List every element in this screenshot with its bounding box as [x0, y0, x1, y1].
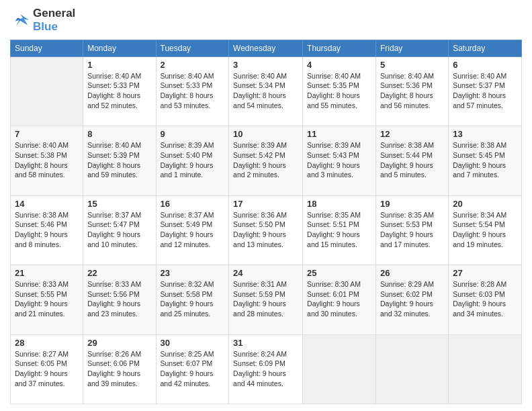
weekday-header-thursday: Thursday [303, 40, 376, 56]
logo-icon [10, 10, 30, 30]
calendar-cell: 28Sunrise: 8:27 AMSunset: 6:05 PMDayligh… [11, 334, 83, 404]
calendar-cell: 22Sunrise: 8:33 AMSunset: 5:56 PMDayligh… [83, 265, 156, 334]
calendar-cell: 21Sunrise: 8:33 AMSunset: 5:55 PMDayligh… [11, 265, 83, 334]
day-info: Sunrise: 8:40 AMSunset: 5:38 PMDaylight:… [15, 140, 79, 180]
day-info: Sunrise: 8:36 AMSunset: 5:50 PMDaylight:… [233, 210, 298, 250]
calendar-cell: 2Sunrise: 8:40 AMSunset: 5:33 PMDaylight… [156, 56, 229, 126]
day-info: Sunrise: 8:26 AMSunset: 6:06 PMDaylight:… [87, 349, 151, 389]
day-info: Sunrise: 8:27 AMSunset: 6:05 PMDaylight:… [15, 349, 79, 389]
day-info: Sunrise: 8:33 AMSunset: 5:56 PMDaylight:… [87, 279, 151, 319]
calendar-week-3: 14Sunrise: 8:38 AMSunset: 5:46 PMDayligh… [11, 195, 522, 265]
day-info: Sunrise: 8:33 AMSunset: 5:55 PMDaylight:… [15, 279, 79, 319]
day-number: 14 [15, 199, 79, 209]
day-number: 5 [380, 60, 444, 70]
day-number: 23 [161, 268, 225, 278]
weekday-header-sunday: Sunday [11, 40, 83, 56]
calendar-cell [376, 334, 449, 404]
day-number: 1 [87, 60, 151, 70]
day-info: Sunrise: 8:29 AMSunset: 6:02 PMDaylight:… [380, 279, 444, 319]
calendar-week-2: 7Sunrise: 8:40 AMSunset: 5:38 PMDaylight… [11, 126, 522, 195]
calendar-cell [11, 56, 83, 126]
weekday-header-wednesday: Wednesday [229, 40, 303, 56]
day-info: Sunrise: 8:34 AMSunset: 5:54 PMDaylight:… [453, 210, 517, 250]
calendar-cell: 3Sunrise: 8:40 AMSunset: 5:34 PMDaylight… [229, 56, 303, 126]
calendar-cell: 11Sunrise: 8:39 AMSunset: 5:43 PMDayligh… [303, 126, 376, 195]
calendar-cell: 20Sunrise: 8:34 AMSunset: 5:54 PMDayligh… [449, 195, 522, 265]
weekday-header-monday: Monday [83, 40, 156, 56]
day-number: 17 [233, 199, 298, 209]
weekday-header-tuesday: Tuesday [156, 40, 229, 56]
calendar-cell: 17Sunrise: 8:36 AMSunset: 5:50 PMDayligh… [229, 195, 303, 265]
logo: General Blue [10, 7, 75, 34]
day-info: Sunrise: 8:37 AMSunset: 5:49 PMDaylight:… [161, 210, 225, 250]
day-number: 6 [453, 60, 517, 70]
calendar-cell: 27Sunrise: 8:28 AMSunset: 6:03 PMDayligh… [449, 265, 522, 334]
day-number: 27 [453, 268, 517, 278]
weekday-header-saturday: Saturday [449, 40, 522, 56]
day-number: 2 [161, 60, 225, 70]
calendar-cell [449, 334, 522, 404]
day-number: 16 [161, 199, 225, 209]
calendar-cell: 18Sunrise: 8:35 AMSunset: 5:51 PMDayligh… [303, 195, 376, 265]
day-info: Sunrise: 8:39 AMSunset: 5:40 PMDaylight:… [161, 140, 225, 180]
calendar-cell: 14Sunrise: 8:38 AMSunset: 5:46 PMDayligh… [11, 195, 83, 265]
calendar-cell: 13Sunrise: 8:38 AMSunset: 5:45 PMDayligh… [449, 126, 522, 195]
day-number: 31 [233, 338, 298, 348]
calendar-cell: 23Sunrise: 8:32 AMSunset: 5:58 PMDayligh… [156, 265, 229, 334]
day-number: 24 [233, 268, 298, 278]
calendar-cell: 9Sunrise: 8:39 AMSunset: 5:40 PMDaylight… [156, 126, 229, 195]
calendar-cell: 19Sunrise: 8:35 AMSunset: 5:53 PMDayligh… [376, 195, 449, 265]
calendar-week-4: 21Sunrise: 8:33 AMSunset: 5:55 PMDayligh… [11, 265, 522, 334]
day-number: 11 [307, 129, 371, 139]
day-info: Sunrise: 8:37 AMSunset: 5:47 PMDaylight:… [87, 210, 151, 250]
weekday-header-friday: Friday [376, 40, 449, 56]
day-info: Sunrise: 8:40 AMSunset: 5:33 PMDaylight:… [161, 71, 225, 111]
weekday-header-row: SundayMondayTuesdayWednesdayThursdayFrid… [11, 40, 522, 56]
day-info: Sunrise: 8:40 AMSunset: 5:37 PMDaylight:… [453, 71, 517, 111]
calendar-cell: 26Sunrise: 8:29 AMSunset: 6:02 PMDayligh… [376, 265, 449, 334]
calendar-cell: 4Sunrise: 8:40 AMSunset: 5:35 PMDaylight… [303, 56, 376, 126]
calendar-cell: 30Sunrise: 8:25 AMSunset: 6:07 PMDayligh… [156, 334, 229, 404]
day-info: Sunrise: 8:40 AMSunset: 5:35 PMDaylight:… [307, 71, 371, 111]
day-number: 8 [87, 129, 151, 139]
day-info: Sunrise: 8:28 AMSunset: 6:03 PMDaylight:… [453, 279, 517, 319]
calendar-cell: 12Sunrise: 8:38 AMSunset: 5:44 PMDayligh… [376, 126, 449, 195]
day-info: Sunrise: 8:40 AMSunset: 5:34 PMDaylight:… [233, 71, 298, 111]
day-number: 7 [15, 129, 79, 139]
day-number: 22 [87, 268, 151, 278]
day-number: 28 [15, 338, 79, 348]
calendar-cell: 8Sunrise: 8:40 AMSunset: 5:39 PMDaylight… [83, 126, 156, 195]
calendar-body: 1Sunrise: 8:40 AMSunset: 5:33 PMDaylight… [11, 56, 522, 404]
calendar-page: General Blue SundayMondayTuesdayWednesda… [0, 0, 532, 411]
calendar-week-5: 28Sunrise: 8:27 AMSunset: 6:05 PMDayligh… [11, 334, 522, 404]
day-info: Sunrise: 8:38 AMSunset: 5:44 PMDaylight:… [380, 140, 444, 180]
calendar-cell: 15Sunrise: 8:37 AMSunset: 5:47 PMDayligh… [83, 195, 156, 265]
calendar-cell: 16Sunrise: 8:37 AMSunset: 5:49 PMDayligh… [156, 195, 229, 265]
calendar-cell: 31Sunrise: 8:24 AMSunset: 6:09 PMDayligh… [229, 334, 303, 404]
day-info: Sunrise: 8:32 AMSunset: 5:58 PMDaylight:… [161, 279, 225, 319]
calendar-cell: 10Sunrise: 8:39 AMSunset: 5:42 PMDayligh… [229, 126, 303, 195]
logo-text: General Blue [33, 7, 75, 34]
day-info: Sunrise: 8:39 AMSunset: 5:42 PMDaylight:… [233, 140, 298, 180]
day-number: 18 [307, 199, 371, 209]
calendar-cell: 24Sunrise: 8:31 AMSunset: 5:59 PMDayligh… [229, 265, 303, 334]
day-number: 4 [307, 60, 371, 70]
day-number: 12 [380, 129, 444, 139]
day-number: 3 [233, 60, 298, 70]
day-number: 29 [87, 338, 151, 348]
calendar-cell: 5Sunrise: 8:40 AMSunset: 5:36 PMDaylight… [376, 56, 449, 126]
day-info: Sunrise: 8:38 AMSunset: 5:45 PMDaylight:… [453, 140, 517, 180]
day-info: Sunrise: 8:25 AMSunset: 6:07 PMDaylight:… [161, 349, 225, 389]
day-number: 15 [87, 199, 151, 209]
day-info: Sunrise: 8:38 AMSunset: 5:46 PMDaylight:… [15, 210, 79, 250]
day-number: 30 [161, 338, 225, 348]
page-header: General Blue [10, 7, 522, 34]
day-number: 26 [380, 268, 444, 278]
calendar-header: SundayMondayTuesdayWednesdayThursdayFrid… [11, 40, 522, 56]
calendar-cell [303, 334, 376, 404]
day-number: 21 [15, 268, 79, 278]
day-info: Sunrise: 8:30 AMSunset: 6:01 PMDaylight:… [307, 279, 371, 319]
svg-marker-1 [15, 14, 21, 26]
day-info: Sunrise: 8:35 AMSunset: 5:51 PMDaylight:… [307, 210, 371, 250]
day-info: Sunrise: 8:35 AMSunset: 5:53 PMDaylight:… [380, 210, 444, 250]
